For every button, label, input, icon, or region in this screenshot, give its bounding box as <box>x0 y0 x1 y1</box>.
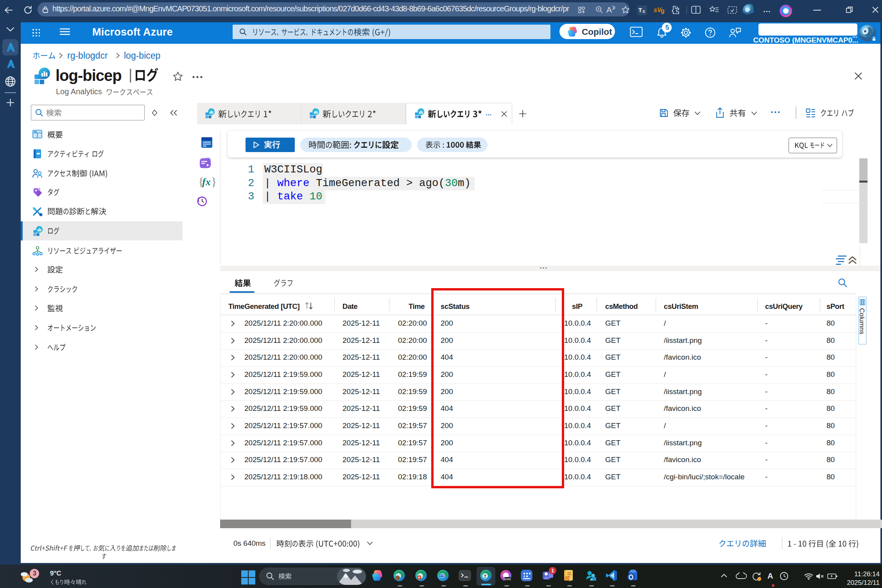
svg-text:M365: M365 <box>504 578 511 581</box>
